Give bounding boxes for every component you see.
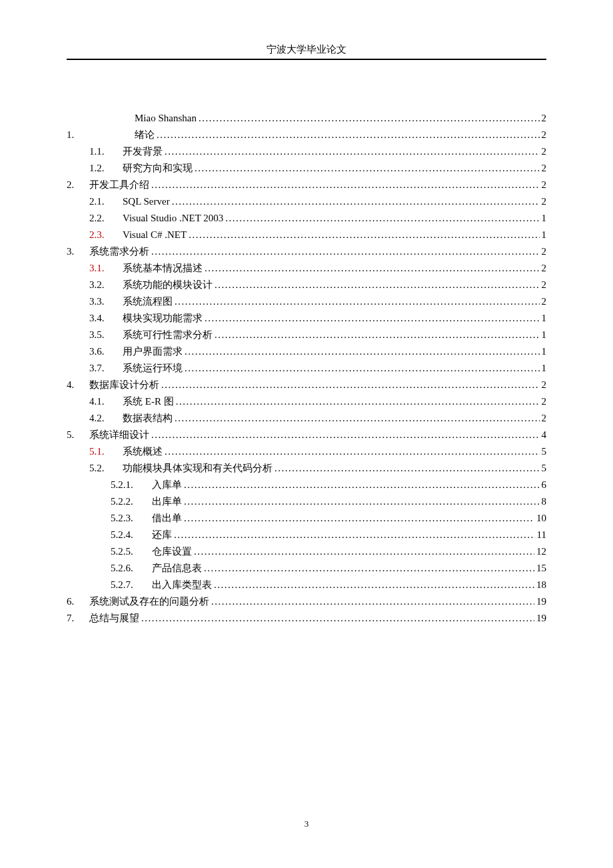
toc-entry: Miao Shanshan...........................…	[67, 110, 546, 126]
toc-page: 11	[537, 527, 546, 543]
toc-entry: 5.1.系统概述................................…	[67, 443, 546, 459]
toc-title: 研究方向和实现	[123, 160, 193, 176]
toc-number: 5.1.	[89, 443, 123, 459]
toc-leader: ........................................…	[151, 243, 540, 259]
toc-title: 系统运行环境	[123, 360, 183, 376]
toc-number: 3.5.	[89, 327, 123, 343]
toc-number: 6.	[67, 593, 89, 609]
toc-leader: ........................................…	[205, 260, 540, 276]
toc-page: 2	[542, 243, 547, 259]
toc-title: 产品信息表	[152, 560, 202, 576]
toc-leader: ........................................…	[215, 327, 540, 343]
toc-page: 2	[542, 160, 547, 176]
toc-leader: ........................................…	[165, 443, 540, 459]
toc-leader: ........................................…	[175, 293, 540, 309]
toc-leader: ........................................…	[189, 227, 539, 243]
toc-number: 1.2.	[89, 160, 123, 176]
toc-page: 19	[536, 593, 546, 609]
toc-entry: 5.系统详细设计................................…	[67, 427, 546, 443]
toc-page: 2	[542, 110, 547, 126]
toc-entry: 7.总结与展望.................................…	[67, 610, 546, 626]
toc-entry: 2.1.SQL Server..........................…	[67, 193, 546, 209]
toc-leader: ........................................…	[151, 177, 540, 193]
toc-entry: 5.2.2.出库单...............................…	[67, 493, 546, 509]
toc-leader: ........................................…	[184, 510, 534, 526]
toc-entry: 3.5.系统可行性需求分析...........................…	[67, 327, 546, 343]
toc-title: 系统详细设计	[89, 427, 149, 443]
toc-entry: 3.6.用户界面需求..............................…	[67, 343, 546, 359]
toc-leader: ........................................…	[215, 277, 540, 293]
toc-entry: 3.3.系统流程图...............................…	[67, 293, 546, 309]
toc-page: 1	[542, 227, 547, 243]
document-page: 宁波大学毕业论文 Miao Shanshan..................…	[0, 0, 613, 868]
toc-page: 2	[542, 143, 547, 159]
toc-page: 2	[542, 127, 547, 143]
toc-title: 系统流程图	[123, 293, 173, 309]
toc-leader: ........................................…	[176, 393, 540, 409]
toc-title: 用户界面需求	[123, 343, 183, 359]
toc-page: 2	[542, 293, 547, 309]
toc-entry: 1.2.研究方向和实现.............................…	[67, 160, 546, 176]
toc-title: 开发工具介绍	[89, 177, 149, 193]
toc-leader: ........................................…	[151, 427, 540, 443]
toc-number: 7.	[67, 610, 89, 626]
toc-entry: 5.2.3.借出单...............................…	[67, 510, 546, 526]
toc-leader: ........................................…	[275, 460, 540, 476]
toc-title: 系统可行性需求分析	[123, 327, 213, 343]
toc-leader: ........................................…	[225, 210, 539, 226]
toc-number: 4.1.	[89, 393, 123, 409]
toc-page: 2	[542, 377, 547, 393]
toc-leader: ........................................…	[214, 577, 534, 593]
toc-title: 出入库类型表	[152, 577, 212, 593]
toc-title: 总结与展望	[89, 610, 139, 626]
toc-leader: ........................................…	[172, 193, 540, 209]
toc-page: 2	[542, 393, 547, 409]
toc-leader: ........................................…	[157, 127, 540, 143]
toc-leader: ........................................…	[184, 493, 540, 509]
toc-number: 5.2.1.	[111, 477, 152, 493]
toc-entry: 3.系统需求分析................................…	[67, 243, 546, 259]
toc-entry: 5.2.6.产品信息表.............................…	[67, 560, 546, 576]
toc-page: 12	[536, 543, 546, 559]
toc-leader: ........................................…	[175, 410, 540, 426]
toc-title: 数据库设计分析	[89, 377, 159, 393]
toc-number: 5.2.	[89, 460, 123, 476]
toc-leader: ........................................…	[185, 343, 540, 359]
toc-number: 2.1.	[89, 193, 123, 209]
toc-title: 系统功能的模块设计	[123, 277, 213, 293]
toc-leader: ........................................…	[165, 143, 540, 159]
toc-page: 4	[542, 427, 547, 443]
toc-title: 绪论	[135, 127, 155, 143]
page-number: 3	[0, 819, 613, 829]
toc-number: 3.2.	[89, 277, 123, 293]
toc-entry: 2.开发工具介绍................................…	[67, 177, 546, 193]
toc-number: 1.1.	[89, 143, 123, 159]
toc-leader: ........................................…	[141, 610, 534, 626]
toc-title: Visual Studio .NET 2003	[123, 210, 223, 226]
toc-page: 2	[542, 193, 547, 209]
toc-number: 5.	[67, 427, 89, 443]
toc-number: 3.1.	[89, 260, 123, 276]
table-of-contents: Miao Shanshan...........................…	[67, 110, 546, 626]
toc-page: 10	[536, 510, 546, 526]
toc-leader: ........................................…	[211, 593, 534, 609]
toc-entry: 3.1.系统基本情况描述............................…	[67, 260, 546, 276]
toc-title: 开发背景	[123, 143, 163, 159]
toc-title: 系统基本情况描述	[123, 260, 203, 276]
toc-title: 借出单	[152, 510, 182, 526]
toc-entry: 2.2.Visual Studio .NET 2003.............…	[67, 210, 546, 226]
toc-title: 系统 E-R 图	[123, 393, 174, 409]
toc-page: 5	[542, 460, 547, 476]
toc-page: 1	[542, 327, 547, 343]
toc-leader: ........................................…	[204, 560, 534, 576]
toc-entry: 5.2.5.仓库设置..............................…	[67, 543, 546, 559]
toc-number: 4.	[67, 377, 89, 393]
toc-title: 数据表结构	[123, 410, 173, 426]
toc-entry: 5.2.4.还库................................…	[67, 527, 546, 543]
toc-title: 系统概述	[123, 443, 163, 459]
toc-page: 1	[542, 343, 547, 359]
toc-leader: ........................................…	[161, 377, 540, 393]
toc-number: 4.2.	[89, 410, 123, 426]
toc-title: SQL Server	[123, 193, 170, 209]
toc-number: 2.2.	[89, 210, 123, 226]
